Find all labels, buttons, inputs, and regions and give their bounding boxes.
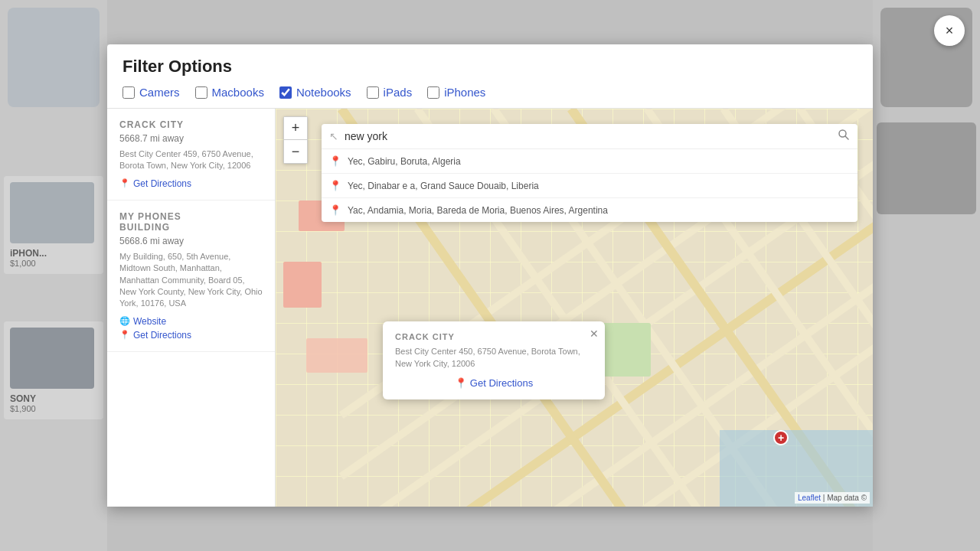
store-2-name: MY PHONESBUILDING [119,211,263,233]
search-cursor-icon: ↖ [329,130,338,142]
pin-icon-2: 📍 [119,330,130,340]
filter-macbooks[interactable]: Macbooks [195,86,264,99]
red-location-marker[interactable] [773,430,789,445]
search-results: 📍 Yec, Gabiru, Boruta, Algeria 📍 Yec, Di… [322,148,858,222]
bg-product-name-1: iPHON... [10,248,97,259]
iphones-label: iPhones [444,86,485,99]
result-pin-2: 📍 [329,180,341,191]
map-data-text: | Map data © [823,494,867,502]
filter-panel: Filter Options Camers Macbooks Notebooks… [107,44,873,507]
store-2-address: My Building, 650, 5th Avenue, Midtown So… [119,251,263,310]
result-pin-1: 📍 [329,155,341,167]
map-popup: ✕ CRACK CITY Best City Center 450, 6750 … [383,321,605,399]
filter-checkboxes: Camers Macbooks Notebooks iPads iPhones [122,86,858,99]
store-2-distance: 5668.6 mi away [119,236,263,246]
bg-product-price-2: $1,900 [10,404,97,413]
ipads-checkbox[interactable] [367,86,379,99]
background-bottom [107,507,873,551]
popup-address: Best City Center 450, 6750 Avenue, Borot… [395,346,593,370]
macbooks-checkbox[interactable] [195,86,207,99]
background-top [107,0,873,44]
store-1-address: Best City Center 459, 6750 Avenue, Borot… [119,148,263,172]
svg-line-1 [845,136,848,139]
filter-notebooks[interactable]: Notebooks [279,86,351,99]
filter-content: CRACK CITY 5668.7 mi away Best City Cent… [107,109,873,507]
map-search-bar: ↖ 📍 Yec, Gabiru, Boruta, Algeria [322,124,858,222]
bg-product-card-1: iPHON... $1,000 [4,176,103,274]
store-sidebar: CRACK CITY 5668.7 mi away Best City Cent… [107,109,276,507]
store-1-distance: 5668.7 mi away [119,133,263,144]
store-2-links: 🌐 Website 📍 Get Directions [119,316,263,341]
store-card-1: CRACK CITY 5668.7 mi away Best City Cent… [107,109,275,201]
bg-product-image-1 [8,8,100,107]
store-2-website[interactable]: 🌐 Website [119,316,263,327]
search-result-3-text: Yac, Andamia, Moria, Bareda de Moria, Bu… [348,205,608,216]
popup-pin-icon: 📍 [455,377,467,389]
leaflet-link[interactable]: Leaflet [798,494,821,502]
bg-product-card-2: SONY $1,900 [4,321,103,419]
ipads-label: iPads [384,86,413,99]
popup-directions[interactable]: 📍 Get Directions [395,377,593,389]
pin-icon-1: 📍 [119,178,130,188]
notebooks-label: Notebooks [296,86,351,99]
search-result-2[interactable]: 📍 Yec, Dinabar e a, Grand Sauce Douaib, … [322,174,858,198]
map-search-button[interactable] [838,129,850,144]
store-1-directions[interactable]: 📍 Get Directions [119,178,263,189]
map-search-input[interactable] [345,130,831,142]
map-area[interactable]: ↖ 📍 Yec, Gabiru, Boruta, Algeria [276,109,873,507]
result-pin-3: 📍 [329,204,341,216]
popup-close-button[interactable]: ✕ [590,328,599,340]
store-1-name: CRACK CITY [119,119,263,130]
map-zoom-controls: + − [283,116,308,164]
search-result-3[interactable]: 📍 Yac, Andamia, Moria, Bareda de Moria, … [322,198,858,222]
map-search-input-row: ↖ [322,124,858,148]
cameras-label: Camers [139,86,180,99]
zoom-out-button[interactable]: − [284,140,307,163]
iphones-checkbox[interactable] [427,86,439,99]
map-block-3 [306,338,368,373]
filter-title: Filter Options [122,57,858,77]
popup-store-name: CRACK CITY [395,332,593,341]
store-2-directions[interactable]: 📍 Get Directions [119,330,263,341]
cameras-checkbox[interactable] [122,86,135,99]
search-result-1-text: Yec, Gabiru, Boruta, Algeria [348,156,461,167]
store-card-2: MY PHONESBUILDING 5668.6 mi away My Buil… [107,201,275,352]
filter-ipads[interactable]: iPads [367,86,413,99]
filter-header: Filter Options Camers Macbooks Notebooks… [107,44,873,109]
filter-cameras[interactable]: Camers [122,86,180,99]
store-1-links: 📍 Get Directions [119,178,263,189]
bg-product-price-1: $1,000 [10,259,97,268]
search-result-1[interactable]: 📍 Yec, Gabiru, Boruta, Algeria [322,149,858,174]
bg-product-image-4 [877,122,976,214]
zoom-in-button[interactable]: + [284,117,307,140]
close-button[interactable]: × [934,15,965,46]
search-result-2-text: Yec, Dinabar e a, Grand Sauce Douaib, Li… [348,181,539,191]
notebooks-checkbox[interactable] [279,86,292,99]
filter-iphones[interactable]: iPhones [427,86,485,99]
macbooks-label: Macbooks [212,86,264,99]
map-attribution: Leaflet | Map data © [795,492,870,504]
map-block-2 [283,262,322,308]
globe-icon: 🌐 [119,316,130,326]
bg-product-name-2: SONY [10,393,97,404]
